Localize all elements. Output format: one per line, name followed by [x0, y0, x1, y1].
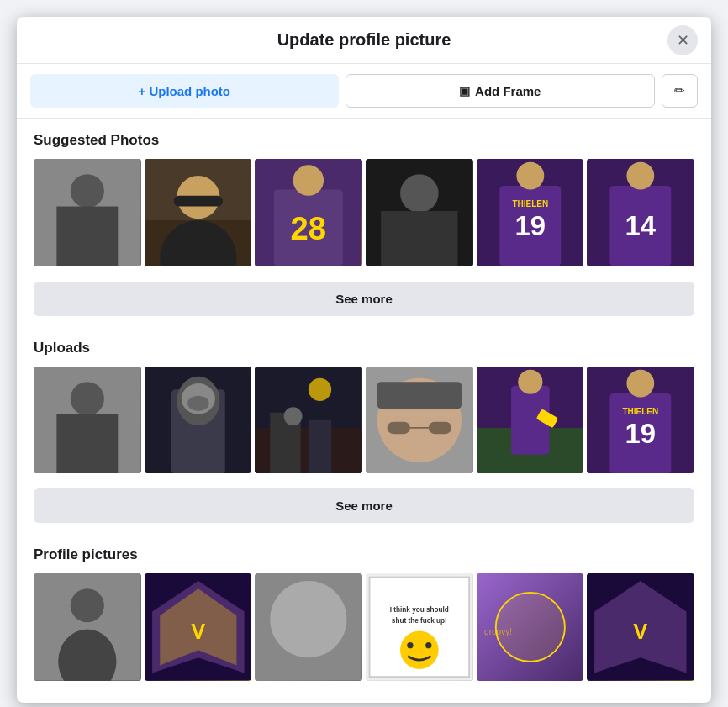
close-button[interactable]: ✕: [667, 25, 698, 55]
suggested-photo-2[interactable]: [145, 159, 252, 266]
uploads-photos-grid: 19 THIELEN: [34, 367, 694, 474]
pencil-icon: ✏: [674, 83, 685, 98]
svg-rect-7: [173, 196, 222, 207]
uploads-section: Uploads: [34, 340, 694, 541]
svg-point-70: [400, 631, 439, 670]
upload-photo-4[interactable]: [366, 367, 473, 474]
svg-point-34: [187, 395, 209, 410]
svg-point-75: [495, 593, 564, 662]
svg-point-50: [518, 369, 542, 393]
upload-photo-label: + Upload photo: [138, 84, 230, 98]
upload-photo-3[interactable]: [255, 367, 362, 474]
suggested-photo-6[interactable]: 14: [587, 159, 694, 266]
uploads-see-more-label: See more: [335, 499, 393, 513]
svg-text:19: 19: [625, 418, 657, 449]
profile-picture-5[interactable]: groovy!: [477, 573, 584, 681]
svg-text:I think you should: I think you should: [390, 606, 449, 614]
svg-text:THIELEN: THIELEN: [512, 199, 548, 208]
svg-point-65: [271, 581, 347, 657]
svg-point-55: [627, 369, 655, 397]
modal-body: Suggested Photos: [17, 119, 711, 703]
add-frame-label: Add Frame: [475, 84, 541, 98]
svg-text:shut the fuck up!: shut the fuck up!: [392, 618, 447, 625]
svg-text:14: 14: [625, 210, 657, 241]
svg-point-40: [284, 407, 303, 425]
close-icon: ✕: [677, 31, 689, 50]
svg-point-20: [516, 162, 544, 190]
svg-point-12: [293, 165, 324, 195]
upload-photo-button[interactable]: + Upload photo: [30, 74, 339, 108]
profile-pictures-grid: V I think you should shut: [34, 573, 694, 681]
svg-point-25: [627, 162, 655, 190]
add-frame-button[interactable]: ▣ Add Frame: [346, 74, 656, 108]
suggested-photo-4[interactable]: [366, 159, 473, 266]
suggested-see-more-button[interactable]: See more: [34, 282, 694, 316]
suggested-photo-5[interactable]: 19 THIELEN: [477, 159, 584, 266]
modal-header: Update profile picture ✕: [17, 17, 711, 64]
svg-text:28: 28: [291, 210, 327, 246]
upload-photo-2[interactable]: [145, 367, 252, 474]
edit-button[interactable]: ✏: [662, 74, 698, 108]
svg-point-14: [400, 174, 439, 213]
svg-point-27: [71, 382, 104, 415]
profile-picture-6[interactable]: V: [587, 573, 694, 681]
svg-point-1: [71, 174, 104, 208]
uploads-title: Uploads: [34, 340, 694, 356]
upload-photo-1[interactable]: [34, 367, 141, 474]
suggested-photo-3[interactable]: 28: [255, 159, 362, 266]
update-profile-picture-modal: Update profile picture ✕ + Upload photo …: [17, 17, 711, 703]
uploads-see-more-button[interactable]: See more: [34, 488, 694, 523]
svg-rect-16: [381, 211, 457, 266]
profile-picture-1[interactable]: [34, 573, 141, 681]
svg-text:19: 19: [514, 210, 546, 241]
svg-rect-39: [309, 420, 331, 474]
svg-rect-44: [388, 421, 410, 434]
modal-title: Update profile picture: [277, 30, 451, 49]
suggested-photos-grid: 28: [34, 159, 694, 266]
svg-text:V: V: [191, 620, 205, 643]
svg-rect-45: [429, 421, 451, 434]
profile-pictures-title: Profile pictures: [34, 546, 694, 563]
svg-rect-29: [56, 414, 118, 473]
frame-icon: ▣: [459, 84, 470, 98]
svg-point-37: [309, 377, 331, 400]
svg-text:THIELEN: THIELEN: [623, 406, 659, 415]
toolbar: + Upload photo ▣ Add Frame ✏: [17, 64, 711, 119]
profile-pictures-section: Profile pictures V: [34, 546, 694, 681]
profile-picture-4[interactable]: I think you should shut the fuck up!: [366, 573, 473, 681]
profile-picture-3[interactable]: [255, 573, 362, 681]
svg-point-71: [407, 642, 413, 648]
upload-photo-6[interactable]: 19 THIELEN: [587, 367, 694, 474]
suggested-photos-title: Suggested Photos: [34, 132, 694, 149]
svg-rect-43: [377, 382, 462, 409]
svg-rect-3: [56, 207, 118, 266]
suggested-photo-1[interactable]: [34, 159, 141, 266]
profile-picture-2[interactable]: V: [145, 573, 252, 681]
upload-photo-5[interactable]: [477, 367, 584, 474]
svg-point-58: [71, 589, 104, 623]
svg-text:V: V: [634, 620, 648, 643]
svg-point-72: [425, 642, 431, 648]
suggested-photos-section: Suggested Photos: [34, 132, 694, 333]
suggested-see-more-label: See more: [335, 292, 393, 306]
